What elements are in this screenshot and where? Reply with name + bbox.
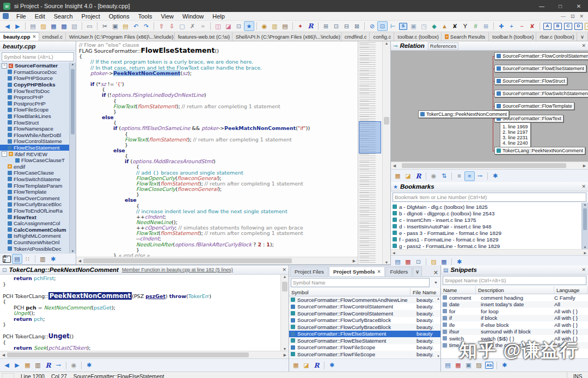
relation-close-icon[interactable]: ✕ [581, 43, 586, 48]
menu-options[interactable]: Options [105, 13, 134, 20]
project-symbol-search-input[interactable] [291, 278, 430, 287]
tab-overflow-chevron[interactable]: ∨ [413, 267, 422, 276]
bookmark-item[interactable]: c - InsertChm - insert.c line 1375 [391, 216, 581, 223]
file-tab[interactable]: features-web.txt (C:\si) [175, 33, 232, 41]
file-tab[interactable]: cmdfind.c [341, 33, 370, 41]
scroll-right-icon[interactable]: ▶ [281, 353, 289, 357]
paste-icon[interactable]: ▤ [120, 21, 131, 31]
mdi-close-icon[interactable]: ✕ [579, 14, 584, 19]
close-button[interactable]: ✕ [569, 0, 588, 12]
context-options-gear-icon[interactable]: ✱ [84, 361, 94, 370]
file-tab[interactable]: ?Search Results [442, 33, 489, 41]
symbol-tree-item[interactable]: CopyPHPBlocks [0, 82, 69, 88]
context-subtitle[interactable]: Member Function in beauty.cpp at line 18… [122, 267, 233, 272]
lock-relation-icon[interactable]: ◉ [428, 171, 439, 181]
style-b-icon[interactable]: B [554, 23, 562, 30]
tab-project-files[interactable]: Project Files [290, 267, 328, 276]
symbol-tree-item[interactable]: FlowOverComment [0, 195, 69, 201]
scroll-right-icon[interactable]: ▶ [351, 259, 358, 263]
scroll-right-icon[interactable]: ▶ [581, 164, 588, 168]
snippet-row[interactable]: ifsursurround with if blockAll with { } [441, 329, 588, 336]
symbol-tree-item[interactable]: FlowCaseClause [0, 170, 69, 176]
symbol-row[interactable]: SourceFormatter::FlowCurlyBraceBlockbeau… [289, 324, 440, 331]
snippet-row[interactable]: commentcomment headingC Family [441, 294, 588, 301]
style-c-icon[interactable]: C [564, 23, 572, 30]
tab-close-icon[interactable]: ✕ [377, 269, 381, 274]
symbol-tree-item[interactable]: FlowTemplateParam [0, 182, 69, 189]
context-window-icon[interactable]: ▣ [408, 21, 419, 31]
draft-view-icon[interactable]: ◫ [213, 21, 223, 31]
tile-horizontal-icon[interactable]: ⊟ [341, 21, 352, 31]
save-all-icon[interactable]: ▩ [59, 21, 69, 31]
relation-node[interactable]: SourceFormatter::FlowTemplate [494, 102, 574, 110]
tab-overflow-chevron[interactable]: ∨ [577, 33, 588, 41]
open-file-icon[interactable]: ▨ [38, 21, 48, 31]
symbol-tree-item[interactable]: FlowWhileAfterDoBl [0, 132, 69, 139]
clip-window-icon[interactable]: ▥ [270, 21, 280, 31]
save-icon[interactable]: ▦ [48, 21, 59, 31]
scroll-down-icon[interactable]: ▼ [385, 261, 389, 264]
snippet-row[interactable]: ifeif-else blockAll with { } [441, 321, 588, 329]
new-snippet-icon[interactable]: ▤ [443, 361, 453, 370]
tile-single-icon[interactable]: ⊡ [331, 21, 341, 31]
bookmark-item[interactable]: g - pass2 - FormatLine - format.c line 1… [391, 243, 581, 249]
save-symbol-list-icon[interactable]: ▦ [291, 361, 301, 370]
symbol-tree-item[interactable]: #endif [0, 164, 69, 170]
context-lock-icon[interactable]: ◉ [69, 361, 79, 370]
symbol-tree-item[interactable]: FlowBlankLines [0, 113, 69, 120]
context-back-icon[interactable]: ◀ [2, 361, 12, 370]
scroll-left-icon[interactable]: ◀ [0, 353, 7, 357]
symbol-tree-item[interactable]: FlowText [0, 214, 69, 220]
save-relation-icon[interactable]: ▦ [393, 171, 403, 181]
relation-node[interactable]: SourceFormatter::FlowElseStatement [494, 65, 586, 72]
new-window-icon[interactable]: ⊡ [234, 21, 244, 31]
minimize-button[interactable]: — [532, 0, 551, 12]
menu-tools[interactable]: Tools [134, 13, 157, 20]
symbol-table[interactable]: SourceFormatter::FlowCommentsAndNewLineb… [289, 296, 440, 358]
menu-search[interactable]: Search [50, 13, 77, 20]
scroll-up-icon[interactable]: ▲ [385, 41, 389, 45]
tab-project-symbols[interactable]: Project Symbols✕ [329, 267, 385, 276]
relation-node[interactable]: SourceFormatter::FlowStruct [494, 77, 567, 85]
symbol-tree-item[interactable]: FlowToEndOfLineRa [0, 208, 69, 214]
symbol-tree-item[interactable]: CalcAssignmentCol [0, 220, 69, 227]
tree-expander-icon[interactable]: − [2, 151, 7, 157]
bookmark-scrollbar[interactable]: ▲ ▼ [581, 203, 588, 249]
forward-icon[interactable]: ▶ [13, 21, 23, 31]
scroll-up-icon[interactable]: ▲ [437, 297, 440, 300]
scroll-up-icon[interactable]: ▲ [283, 275, 287, 278]
script-r-icon[interactable]: R [413, 171, 424, 181]
symbol-tree-item[interactable]: FlowTextToDoc [0, 88, 69, 94]
bookmark-item[interactable]: b - dlgnoti - dlgprop.c (toolbox) line 2… [391, 210, 581, 216]
back-icon[interactable]: ◀ [2, 21, 13, 31]
symbol-row[interactable]: SourceFormatter::FlowFileScopebeauty. [289, 344, 440, 351]
symbol-tree-item[interactable]: CountNonWhiteOnl [0, 239, 69, 246]
copy-symbol-list-icon[interactable]: ◪ [301, 361, 311, 370]
refresh-relation-icon[interactable]: ⇅ [439, 171, 449, 181]
style-folder-icon[interactable]: ▱ [585, 23, 588, 30]
symbol-tree-item[interactable]: IsRightMLComment [0, 233, 69, 239]
column-description[interactable]: Description [476, 286, 554, 294]
tile-grid-icon[interactable]: ⊞ [321, 21, 331, 31]
erase-icon[interactable]: ≈ [198, 21, 208, 31]
symbols-close-icon[interactable]: ✕ [433, 269, 438, 276]
lock-context-icon[interactable]: ◉ [259, 21, 270, 31]
compare-files-icon[interactable]: ◪ [223, 21, 234, 31]
symbol-tree-item[interactable]: FlowNamespace [0, 126, 69, 132]
symbol-window-icon[interactable]: S [399, 23, 407, 30]
menu-file[interactable]: File [12, 13, 30, 20]
symbol-tree-item[interactable]: PreprocPHP [0, 94, 69, 101]
reference-line-item[interactable]: 2. line 2197 [503, 129, 528, 135]
snippet-row[interactable]: dateinsert today's dateAll [441, 301, 588, 308]
context-horizontal-scrollbar[interactable]: ◀ ▶ [0, 351, 289, 358]
horizontal-graph-view-icon[interactable]: ∝ [464, 171, 475, 181]
selection-mode-icon[interactable]: ⊡ [377, 21, 388, 31]
sync-file-icon[interactable]: ⇩ [167, 21, 177, 31]
symbol-tree-item[interactable]: TokerAtPossibleDec [0, 245, 69, 252]
copy-relation-image-icon[interactable]: ◪ [403, 171, 413, 181]
file-tab[interactable]: rbar.c (toolbox) [536, 33, 577, 41]
editor-vertical-scrollbar[interactable]: ▲ ▼ [382, 41, 390, 264]
symbol-tree-item[interactable]: FlowStruct [0, 119, 69, 126]
bookmarks-close-icon[interactable]: ✕ [581, 184, 586, 189]
symbol-tree-item[interactable]: CalcCommentColum [0, 226, 69, 233]
